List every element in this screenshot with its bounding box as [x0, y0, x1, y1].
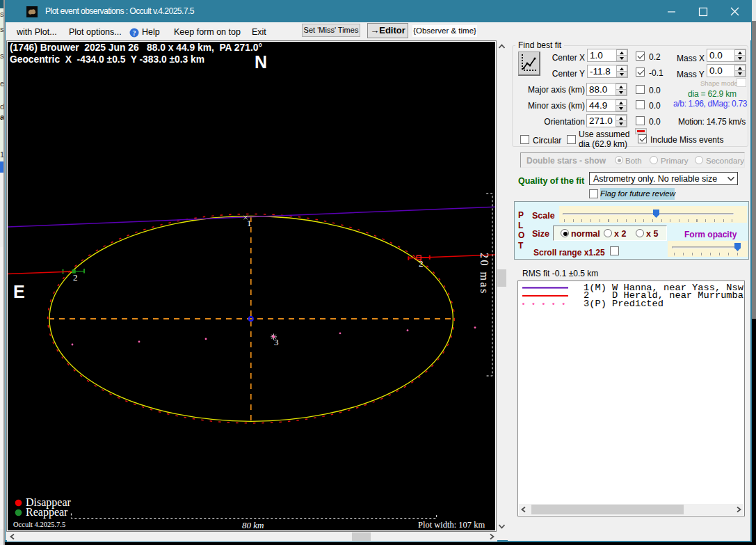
svg-text:?: ? — [133, 29, 136, 37]
